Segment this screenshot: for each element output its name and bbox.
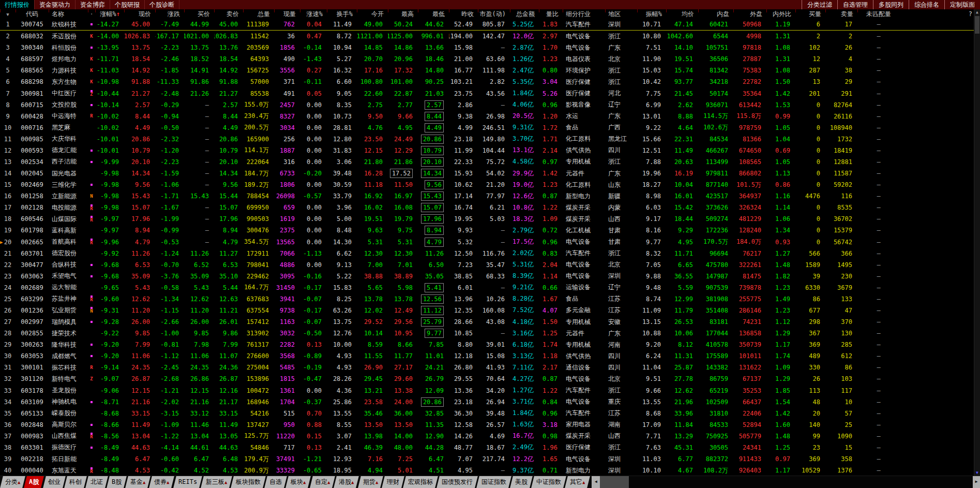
- column-header-low[interactable]: 最低: [418, 9, 449, 19]
- table-row[interactable]: 23603063禾望电气-9.6835.09-3.7635.0935.10229…: [0, 271, 974, 282]
- menu-tab-3[interactable]: 个股研报: [110, 0, 145, 9]
- tab-scroll-right-button[interactable]: ▶: [973, 476, 980, 488]
- column-header-vol-ratio[interactable]: 量比: [539, 9, 563, 19]
- market-tab-14[interactable]: 港股▲: [334, 476, 359, 488]
- column-header-turnover[interactable]: 换手%: [327, 9, 357, 19]
- table-row[interactable]: 21603701德宏股份-9.9211.26-1.2411.2611.27172…: [0, 248, 974, 259]
- table-row[interactable]: 32301120新特电气Z-9.0726.87-2.6826.8626.8715…: [0, 373, 974, 385]
- table-row[interactable]: 5688565力源科技K-11.0314.92-1.8514.9114.9215…: [0, 65, 974, 76]
- table-row[interactable]: 37000983山西焦煤R-8.5613.04-1.2213.0413.0512…: [0, 431, 974, 442]
- menu-action-0[interactable]: 分类过滤: [802, 0, 837, 9]
- table-row[interactable]: 1300745欣锐科技-14.2745.00-7.4944.9945.00111…: [0, 19, 974, 31]
- column-header-ask-vol[interactable]: 卖量: [825, 9, 857, 19]
- table-row[interactable]: 3300340科恒股份-13.9513.75-2.2313.7513.76203…: [0, 42, 974, 53]
- table-row[interactable]: 22300477合纵科技-9.686.53-0.706.526.53798041…: [0, 259, 974, 271]
- column-header-in-out-ratio[interactable]: 内外比: [766, 9, 795, 19]
- column-header-ask[interactable]: 卖价: [214, 9, 243, 19]
- market-tab-12[interactable]: 板块▲: [285, 476, 311, 488]
- market-tab-9[interactable]: 新三板▲: [201, 476, 232, 488]
- menu-action-1[interactable]: 自选管理: [837, 0, 873, 9]
- table-row[interactable]: 28002855捷荣技术-9.229.85-1.009.859.86313902…: [0, 328, 974, 339]
- column-header-seq[interactable]: ▼: [0, 9, 16, 19]
- column-header-cur-vol[interactable]: 现量: [274, 9, 300, 19]
- column-header-region[interactable]: 地区: [605, 9, 637, 19]
- column-header-outer-vol[interactable]: 外盘: [733, 9, 766, 19]
- table-row[interactable]: 4688597煜邦电力K-11.7118.54-2.4618.5218.5464…: [0, 53, 974, 65]
- market-tab-16[interactable]: 理财: [382, 476, 404, 488]
- table-row[interactable]: 24002689远大智能-9.655.43-0.585.435.44164.7万…: [0, 282, 974, 293]
- market-tab-21[interactable]: 中证指数: [531, 476, 566, 488]
- help-button[interactable]: ?: [969, 10, 972, 18]
- scroll-down-icon[interactable]: ▼: [974, 470, 980, 476]
- market-tab-22[interactable]: 其它▲: [565, 476, 590, 488]
- table-row[interactable]: 30603053成都燃气-9.2011.06-1.1211.0611.07276…: [0, 350, 974, 362]
- market-tab-2[interactable]: 创业: [43, 476, 66, 488]
- column-header-mark[interactable]: ·: [88, 9, 95, 19]
- table-row[interactable]: 25603299苏盐井神R-9.6012.62-1.3412.6212.6363…: [0, 293, 974, 305]
- table-row[interactable]: 16001258立新能源N-9.9815.43-1.7115.4315.4478…: [0, 190, 974, 202]
- tab-scroll-left-button[interactable]: ◀: [592, 476, 600, 488]
- table-row[interactable]: 12000593德龙汇能-10.0110.79-1.20—10.79114.1万…: [0, 145, 974, 156]
- menu-action-4[interactable]: 定制版面: [944, 0, 980, 9]
- table-row[interactable]: 35605133嵘泰股份-8.6833.15-3.1533.1233.15542…: [0, 408, 974, 419]
- scroll-up-icon[interactable]: ▲: [974, 10, 980, 15]
- market-tab-11[interactable]: 自选: [264, 476, 287, 488]
- column-header-price[interactable]: 现价: [124, 9, 155, 19]
- menu-action-3[interactable]: 综合排名: [909, 0, 944, 9]
- table-row[interactable]: 18600546山煤国际R-9.9717.96-1.99—17.96990503…: [0, 213, 974, 225]
- market-tab-8[interactable]: REITs: [173, 476, 202, 488]
- market-tab-18[interactable]: 国债预发行: [436, 476, 478, 488]
- column-header-amount[interactable]: 总金额: [510, 9, 539, 19]
- column-header-pe[interactable]: 市盈(动): [478, 9, 510, 19]
- menu-tab-0[interactable]: 行情报价: [0, 0, 35, 9]
- market-tab-4[interactable]: 北证: [85, 476, 108, 488]
- column-header-avg-price[interactable]: 均价: [666, 9, 698, 19]
- column-header-inner-vol[interactable]: 内盘: [698, 9, 733, 19]
- market-tab-1[interactable]: A股: [24, 476, 44, 488]
- column-header-unmatched[interactable]: 未匹配量: [857, 9, 900, 19]
- column-header-prev-close[interactable]: 昨收: [449, 9, 478, 19]
- tab-scrollbar-thumb[interactable]: [600, 476, 629, 488]
- scrollbar-thumb[interactable]: [975, 16, 979, 34]
- table-row[interactable]: 40000040东旭蓝天R-8.484.53-0.424.524.53200.9…: [0, 465, 974, 476]
- table-row[interactable]: 34603109神驰机电-8.7121.16-2.0221.1621.17168…: [0, 396, 974, 408]
- table-row[interactable]: 33603178圣龙股份-9.0612.15-1.2112.1512.16100…: [0, 385, 974, 396]
- table-row[interactable]: 2688032禾迈股份K-14.001026.83-167.171021.001…: [0, 31, 974, 42]
- column-header-speed[interactable]: 涨速%: [300, 9, 327, 19]
- table-row[interactable]: 26001236弘业期货N-9.3111.20-1.1511.2011.2163…: [0, 305, 974, 316]
- table-row[interactable]: 36002848高斯贝尔-8.6611.49-1.0911.4611.49137…: [0, 419, 974, 431]
- column-header-bid[interactable]: 买价: [184, 9, 214, 19]
- column-header-bid-vol[interactable]: 买量: [795, 9, 825, 19]
- market-tab-10[interactable]: 板块指数: [231, 476, 266, 488]
- table-row[interactable]: 7300981中红医疗Z-10.4421.27-2.4821.2621.2785…: [0, 87, 974, 99]
- market-tab-17[interactable]: 宏观指标: [403, 476, 438, 488]
- menu-tab-2[interactable]: 资金博弈: [76, 0, 110, 9]
- menu-action-2[interactable]: 多股同列: [873, 0, 909, 9]
- market-tab-19[interactable]: 国证指数: [476, 476, 511, 488]
- market-tab-6[interactable]: 基金▲: [125, 476, 150, 488]
- column-header-open[interactable]: 今开: [357, 9, 388, 19]
- column-header-volume[interactable]: 总量: [243, 9, 274, 19]
- table-row[interactable]: 19601798蓝科高新-9.978.94-0.99—8.94300476237…: [0, 225, 974, 236]
- table-row[interactable]: 17002128电投能源R-9.9815.07-1.67—15.07699950…: [0, 202, 974, 213]
- market-tab-3[interactable]: 科创: [64, 476, 87, 488]
- menu-tab-4[interactable]: 个股诊断: [145, 0, 179, 9]
- menu-tab-1[interactable]: 资金驱动力: [35, 0, 76, 9]
- table-row[interactable]: 9600428中远海特R-10.028.44-0.94—8.44230.4万83…: [0, 111, 974, 122]
- market-tab-5[interactable]: B股: [107, 476, 127, 488]
- column-header-chg[interactable]: 涨跌: [155, 9, 184, 19]
- column-header-chg-pct[interactable]: 涨幅%↑: [95, 9, 124, 19]
- table-row[interactable]: 31300101振芯科技R-9.1424.35-2.4524.3524.3627…: [0, 362, 974, 373]
- column-header-amplitude[interactable]: 振幅%: [637, 9, 666, 19]
- market-tab-15[interactable]: 期货▲: [358, 476, 383, 488]
- table-row[interactable]: 15002469三维化学-9.989.56-1.06—9.56189.2万180…: [0, 179, 974, 190]
- column-filter-dropdown-icon[interactable]: ▼: [6, 12, 9, 17]
- column-header-name[interactable]: 名称: [49, 9, 88, 19]
- table-row[interactable]: 6688298东方生物K-10.9891.88-11.3391.8691.885…: [0, 76, 974, 87]
- table-row[interactable]: 39002218拓日新能-8.496.47-0.606.476.48179.4万…: [0, 453, 974, 465]
- market-tab-13[interactable]: 自定▲: [310, 476, 335, 488]
- table-row[interactable]: 27002997瑞鹄模具-9.2826.00-2.6626.0026.01157…: [0, 316, 974, 328]
- table-row[interactable]: 8600715文投控股-10.142.57-0.29—2.57155.0万245…: [0, 99, 974, 111]
- table-row[interactable]: 29300263隆华科技-9.207.99-0.817.987.99761317…: [0, 339, 974, 350]
- table-row[interactable]: 11000985大庆华科-10.0120.86-2.32—20.86165900…: [0, 134, 974, 145]
